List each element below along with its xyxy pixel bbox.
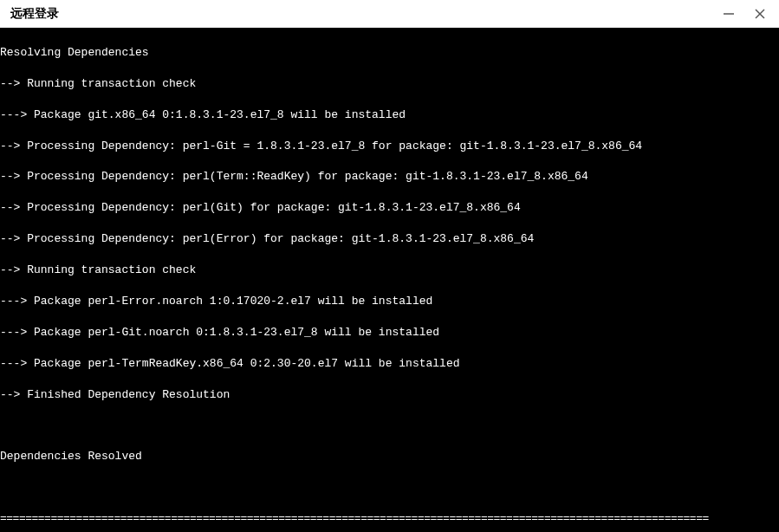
terminal-line: --> Processing Dependency: perl(Term::Re…: [0, 169, 779, 185]
minimize-button[interactable]: [720, 5, 737, 23]
terminal-line: --> Running transaction check: [0, 263, 779, 278]
terminal-line: ---> Package git.x86_64 0:1.8.3.1-23.el7…: [0, 107, 779, 123]
terminal-blank: [0, 418, 779, 433]
terminal-output[interactable]: Resolving Dependencies --> Running trans…: [0, 28, 779, 532]
terminal-line: --> Processing Dependency: perl(Git) for…: [0, 200, 779, 216]
deps-resolved: Dependencies Resolved: [0, 449, 779, 464]
separator-double: ========================================…: [0, 511, 779, 527]
titlebar-controls: [720, 5, 772, 23]
terminal-line: Resolving Dependencies: [0, 45, 779, 61]
minimize-icon: [723, 8, 735, 20]
terminal-line: --> Processing Dependency: perl-Git = 1.…: [0, 139, 779, 154]
terminal-line: --> Finished Dependency Resolution: [0, 387, 779, 403]
titlebar: 远程登录: [0, 0, 779, 28]
close-button[interactable]: [751, 5, 769, 23]
terminal-line: ---> Package perl-TermReadKey.x86_64 0:2…: [0, 356, 779, 372]
terminal-line: ---> Package perl-Git.noarch 0:1.8.3.1-2…: [0, 325, 779, 341]
close-icon: [754, 8, 766, 20]
terminal-line: --> Running transaction check: [0, 76, 779, 92]
window-title: 远程登录: [7, 6, 59, 22]
terminal-blank: [0, 480, 779, 496]
terminal-line: ---> Package perl-Error.noarch 1:0.17020…: [0, 294, 779, 309]
terminal-line: --> Processing Dependency: perl(Error) f…: [0, 231, 779, 247]
